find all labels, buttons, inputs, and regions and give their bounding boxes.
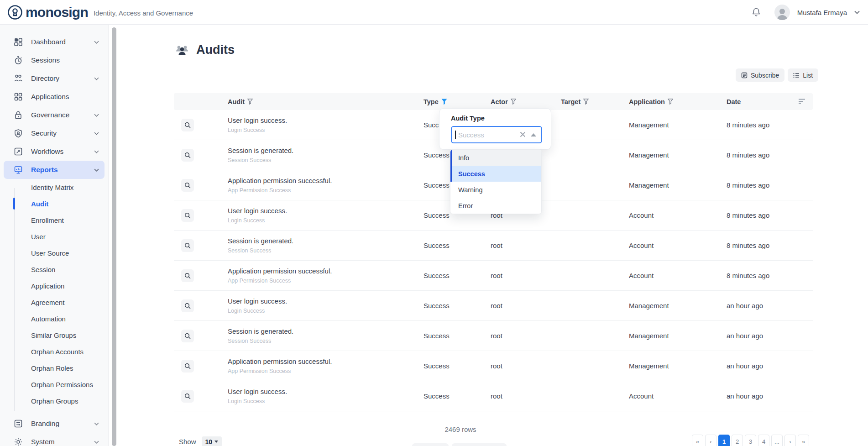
filter-popup-title: Audit Type: [451, 115, 551, 122]
gear-icon: [14, 437, 23, 446]
row-inspect-button[interactable]: [181, 299, 194, 312]
chevron-down-icon: [94, 441, 99, 444]
page-ellipsis-button[interactable]: ...: [771, 435, 783, 446]
table-row[interactable]: User login success.Login Success Success…: [174, 381, 813, 411]
keyhole-logo-icon: [7, 5, 23, 20]
subscribe-icon: [741, 72, 748, 79]
subitem-audit[interactable]: Audit: [0, 195, 108, 212]
column-header-actor[interactable]: Actor: [491, 98, 561, 105]
subitem-identity-matrix[interactable]: Identity Matrix: [0, 179, 108, 195]
audit-type-filter-popup: Audit Type: [439, 108, 551, 150]
filter-funnel-active-icon[interactable]: [441, 99, 447, 105]
subitem-session[interactable]: Session: [0, 261, 108, 278]
sidebar-item-dashboard[interactable]: Dashboard: [0, 33, 108, 51]
row-inspect-button[interactable]: [181, 269, 194, 282]
users-icon: [14, 74, 23, 83]
subitem-user-source[interactable]: User Source: [0, 245, 108, 261]
magnifier-icon: [184, 303, 191, 309]
page-first-button[interactable]: «: [692, 435, 703, 446]
table-row[interactable]: Session is generated.Session Success Suc…: [174, 231, 813, 261]
sidebar-item-governance[interactable]: Governance: [0, 106, 108, 124]
chevron-down-icon: [94, 114, 99, 117]
sidebar-item-system[interactable]: System: [0, 433, 108, 446]
column-header-target[interactable]: Target: [561, 98, 629, 105]
apps-grid-icon: [14, 92, 23, 101]
filter-funnel-icon[interactable]: [511, 99, 516, 105]
chevron-down-icon: [94, 41, 99, 44]
filter-funnel-icon[interactable]: [668, 99, 673, 105]
top-bar: monosign Identity, Access and Governance…: [0, 0, 868, 25]
sidebar-item-directory[interactable]: Directory: [0, 69, 108, 88]
chevron-down-icon[interactable]: [854, 10, 860, 14]
table-row[interactable]: Session is generated.Session Success Suc…: [174, 321, 813, 351]
filter-funnel-icon[interactable]: [247, 99, 253, 105]
magnifier-icon: [184, 393, 191, 399]
clear-filter-icon[interactable]: [520, 131, 526, 137]
column-header-audit[interactable]: Audit: [228, 98, 424, 105]
sidebar-item-workflows[interactable]: Workflows: [0, 142, 108, 161]
chevron-down-icon: [94, 150, 99, 153]
pagination: « ‹ 1 2 3 4 ... › »: [692, 435, 809, 446]
row-inspect-button[interactable]: [181, 330, 194, 342]
list-view-button[interactable]: List: [788, 68, 818, 82]
page-size-select[interactable]: 10: [202, 436, 222, 446]
option-error[interactable]: Error: [450, 198, 541, 214]
subitem-user[interactable]: User: [0, 228, 108, 245]
subitem-orphan-permissions[interactable]: Orphan Permissions: [0, 376, 108, 393]
page-last-button[interactable]: »: [798, 435, 809, 446]
row-inspect-button[interactable]: [181, 390, 194, 403]
filter-funnel-icon[interactable]: [583, 99, 589, 105]
subitem-enrollment[interactable]: Enrollment: [0, 212, 108, 228]
subitem-similar-groups[interactable]: Similar Groups: [0, 327, 108, 343]
user-name[interactable]: Mustafa Ermaya: [797, 9, 847, 16]
subitem-agreement[interactable]: Agreement: [0, 294, 108, 310]
row-inspect-button[interactable]: [181, 209, 194, 222]
table-row[interactable]: Application permission successful.App Pe…: [174, 351, 813, 381]
row-inspect-button[interactable]: [181, 149, 194, 162]
page-next-button[interactable]: ›: [784, 435, 796, 446]
option-success[interactable]: Success: [450, 166, 541, 182]
subitem-orphan-accounts[interactable]: Orphan Accounts: [0, 343, 108, 360]
sidebar-item-reports[interactable]: Reports: [4, 161, 105, 179]
subitem-orphan-groups[interactable]: Orphan Groups: [0, 393, 108, 409]
subitem-orphan-roles[interactable]: Orphan Roles: [0, 360, 108, 376]
page-4-button[interactable]: 4: [758, 435, 769, 446]
export-button-partial[interactable]: [412, 443, 449, 446]
page-2-button[interactable]: 2: [732, 435, 743, 446]
option-info[interactable]: Info: [450, 150, 541, 166]
sidebar-scrollbar[interactable]: [112, 27, 116, 446]
collapse-dropdown-icon[interactable]: [531, 133, 536, 136]
audit-type-filter-input[interactable]: [451, 126, 542, 143]
sidebar: Dashboard Sessions Directory: [0, 25, 109, 446]
sidebar-item-sessions[interactable]: Sessions: [0, 51, 108, 69]
row-inspect-button[interactable]: [181, 179, 194, 192]
text-caret: [455, 131, 456, 139]
table-row[interactable]: Application permission successful.App Pe…: [174, 261, 813, 291]
sidebar-item-security[interactable]: Security: [0, 124, 108, 142]
brand-logo[interactable]: monosign Identity, Access and Governance: [7, 5, 193, 20]
column-header-application[interactable]: Application: [629, 98, 727, 105]
row-inspect-button[interactable]: [181, 119, 194, 131]
column-header-type[interactable]: Type: [424, 98, 491, 105]
caret-down-icon: [214, 441, 218, 443]
column-header-date[interactable]: Date: [727, 98, 792, 105]
option-warning[interactable]: Warning: [450, 182, 541, 198]
row-inspect-button[interactable]: [181, 239, 194, 252]
sort-icon[interactable]: [798, 99, 805, 104]
subscribe-button[interactable]: Subscribe: [736, 68, 784, 82]
sidebar-item-branding[interactable]: Branding: [0, 415, 108, 433]
user-avatar[interactable]: [774, 5, 790, 20]
subitem-automation[interactable]: Automation: [0, 310, 108, 327]
row-inspect-button[interactable]: [181, 360, 194, 373]
sidebar-item-applications[interactable]: Applications: [0, 88, 108, 106]
bell-icon[interactable]: [752, 7, 761, 17]
page-3-button[interactable]: 3: [745, 435, 756, 446]
export-button-partial[interactable]: [452, 443, 507, 446]
page-prev-button[interactable]: ‹: [705, 435, 716, 446]
page-1-button[interactable]: 1: [718, 435, 730, 446]
table-row[interactable]: User login success.Login Success Success…: [174, 291, 813, 321]
chevron-down-icon: [94, 168, 99, 172]
subitem-application[interactable]: Application: [0, 278, 108, 294]
magnifier-icon: [184, 152, 191, 158]
magnifier-icon: [184, 182, 191, 189]
